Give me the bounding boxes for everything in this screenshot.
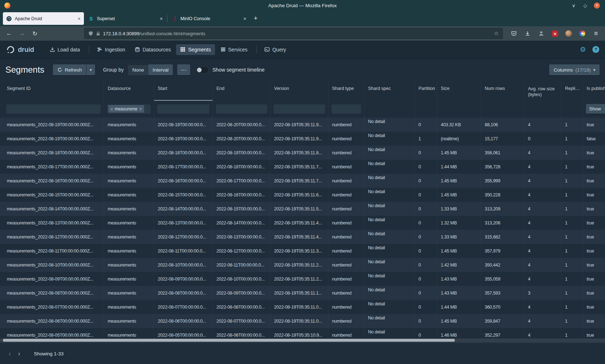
nav-item-query[interactable]: Query [260,44,290,55]
column-header-datasource[interactable]: Datasource [104,81,154,101]
druid-favicon-icon [6,16,12,22]
nav-item-datasources[interactable]: Datasources [131,44,175,55]
ublock-icon[interactable]: u [550,28,560,39]
column-header-partition[interactable]: Partition [415,81,437,101]
remove-filter-icon[interactable]: × [139,106,142,112]
cell-partition: 0 [415,300,437,314]
maximize-button[interactable]: ◇ [582,3,588,8]
table-row[interactable]: measurements_2022-08-13T00:00:00.000Z...… [0,216,605,230]
column-header-shard_spec[interactable]: Shard spec [364,81,415,101]
column-header-shard_type[interactable]: Shard type [328,81,364,101]
column-header-start[interactable]: Start [154,81,213,101]
bookmark-star-icon[interactable]: ☆ [494,30,499,37]
druid-brand[interactable]: druid [6,45,34,54]
table-row[interactable]: measurements_2022-08-07T00:00:00.000Z...… [0,300,605,314]
column-header-size[interactable]: Size [437,81,481,101]
help-icon[interactable]: ? [592,46,599,53]
column-header-num_rows[interactable]: Num rows [481,81,524,101]
column-header-version[interactable]: Version [270,81,328,101]
filter-input-version[interactable] [273,104,325,114]
filter-cell-datasource: ≡measurements× [104,101,154,118]
tab-close-icon[interactable]: × [243,16,246,22]
more-options-button[interactable]: ⋯ [177,64,190,75]
cell-replicas: 1 [561,258,583,272]
tab-minio-console[interactable]: MinIO Console × [169,12,250,25]
downloads-icon[interactable] [522,28,533,39]
back-button[interactable]: ← [4,28,14,39]
close-button[interactable]: × [594,3,600,9]
table-row[interactable]: measurements_2022-08-15T00:00:00.000Z...… [0,188,605,202]
tab-close-icon[interactable]: × [78,16,81,22]
table-row[interactable]: measurements_2022-08-11T00:00:00.000Z...… [0,244,605,258]
next-page-button[interactable]: › [14,349,24,358]
cell-segment_id[interactable]: measurements_2022-08-06T00:00:00.000Z... [3,314,104,328]
column-header-replicas[interactable]: Replicas [561,81,583,101]
account-icon[interactable] [536,28,547,39]
cell-segment_id[interactable]: measurements_2022-08-12T00:00:00.000Z... [3,230,104,244]
menu-button[interactable]: ≡ [591,28,601,39]
shield-icon[interactable] [88,31,93,36]
filter-input-start[interactable] [157,104,210,114]
group-by-interval-button[interactable]: Interval [148,64,173,75]
table-row[interactable]: measurements_2022-08-19T00:00:00.000Z...… [0,132,605,146]
tab-superset[interactable]: S Superset × [85,12,166,25]
datasource-filter-tag[interactable]: ≡measurements× [108,105,144,113]
new-tab-button[interactable]: + [251,14,261,24]
minimize-button[interactable]: ∨ [571,3,577,8]
cell-segment_id[interactable]: measurements_2022-08-19T00:00:00.000Z... [3,118,104,132]
previous-page-button[interactable]: ‹ [5,349,14,358]
table-row[interactable]: measurements_2022-08-19T00:00:00.000Z...… [0,118,605,132]
table-row[interactable]: measurements_2022-08-17T00:00:00.000Z...… [0,160,605,174]
cell-segment_id[interactable]: measurements_2022-08-11T00:00:00.000Z... [3,244,104,258]
cell-segment_id[interactable]: measurements_2022-08-16T00:00:00.000Z... [3,174,104,188]
table-row[interactable]: measurements_2022-08-14T00:00:00.000Z...… [0,202,605,216]
column-header-is_published[interactable]: Is published [583,81,605,101]
table-row[interactable]: measurements_2022-08-06T00:00:00.000Z...… [0,314,605,328]
table-row[interactable]: measurements_2022-08-12T00:00:00.000Z...… [0,230,605,244]
filter-input-segment_id[interactable] [6,104,101,114]
url-bar[interactable]: 172.18.0.4:30899/unified-console.html#se… [84,28,503,39]
cell-segment_id[interactable]: measurements_2022-08-18T00:00:00.000Z... [3,146,104,160]
table-row[interactable]: measurements_2022-08-18T00:00:00.000Z...… [0,146,605,160]
columns-button[interactable]: Columns (17/18) ▾ [549,64,600,75]
table-row[interactable]: measurements_2022-08-08T00:00:00.000Z...… [0,286,605,300]
tab-close-icon[interactable]: × [160,16,163,22]
cell-segment_id[interactable]: measurements_2022-08-14T00:00:00.000Z... [3,202,104,216]
refresh-button[interactable]: Refresh [53,64,86,75]
lock-icon[interactable] [96,31,100,36]
pocket-icon[interactable] [508,28,519,39]
cell-segment_id[interactable]: measurements_2022-08-17T00:00:00.000Z... [3,160,104,174]
filter-input-end[interactable] [216,104,267,114]
refresh-dropdown-button[interactable]: ▾ [86,64,95,75]
tab-apache-druid[interactable]: Apache Druid × [3,12,84,25]
filter-input-shard_type[interactable] [331,104,361,114]
cell-segment_id[interactable]: measurements_2022-08-08T00:00:00.000Z... [3,286,104,300]
cell-segment_id[interactable]: measurements_2022-08-13T00:00:00.000Z... [3,216,104,230]
extension-pinwheel-icon[interactable] [577,28,588,39]
nav-item-segments[interactable]: Segments [176,44,215,55]
cell-segment_id[interactable]: measurements_2022-08-15T00:00:00.000Z... [3,188,104,202]
reload-button[interactable]: ↻ [30,28,40,39]
forward-button[interactable]: → [17,28,27,39]
table-row[interactable]: measurements_2022-08-09T00:00:00.000Z...… [0,272,605,286]
horizontal-scrollbar-track[interactable] [0,338,605,342]
column-header-avg_row_size[interactable]: Avg. row size (bytes) [524,81,561,101]
gear-icon[interactable]: ⚙ [580,45,586,54]
column-header-segment_id[interactable]: Segment ID [3,81,104,101]
cell-segment_id[interactable]: measurements_2022-08-09T00:00:00.000Z... [3,272,104,286]
cell-segment_id[interactable]: measurements_2022-08-07T00:00:00.000Z... [3,300,104,314]
nav-item-load-data[interactable]: Load data [46,44,84,55]
group-by-none-button[interactable]: None [128,64,148,75]
table-row[interactable]: measurements_2022-08-16T00:00:00.000Z...… [0,174,605,188]
column-header-end[interactable]: End [213,81,270,101]
cell-segment_id[interactable]: measurements_2022-08-10T00:00:00.000Z... [3,258,104,272]
nav-item-ingestion[interactable]: Ingestion [93,44,129,55]
filter-select-is_published[interactable]: Show [586,104,605,114]
profile-avatar[interactable] [563,28,574,39]
segment-timeline-toggle[interactable] [196,67,209,73]
cell-segment_id[interactable]: measurements_2022-08-19T00:00:00.000Z... [3,132,104,146]
horizontal-scrollbar-thumb[interactable] [3,339,455,342]
nav-item-services[interactable]: Services [216,44,252,55]
filter-input-datasource[interactable]: ≡measurements× [107,104,151,114]
table-row[interactable]: measurements_2022-08-10T00:00:00.000Z...… [0,258,605,272]
